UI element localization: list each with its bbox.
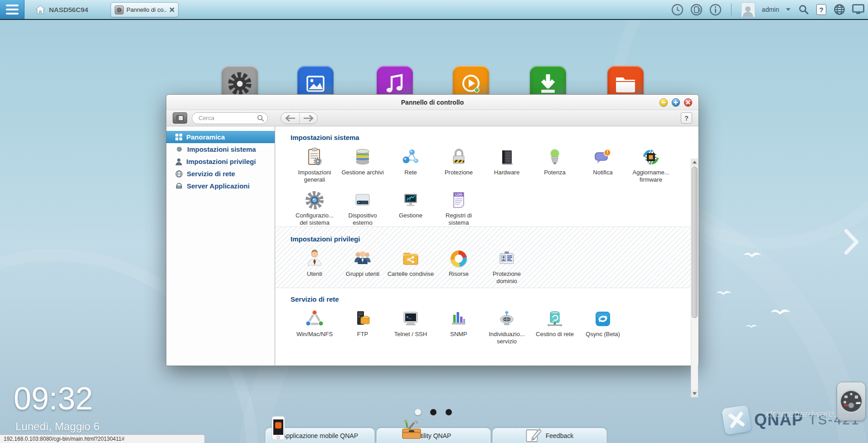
cp-item-win-mac-nfs[interactable]: Win/Mac/NFS (291, 308, 339, 345)
pager-dot-2[interactable] (430, 409, 436, 415)
settings-app-icon (228, 72, 252, 96)
cp-item-general-settings[interactable]: Impostazioni generali (291, 147, 339, 183)
sidebar-toggle-button[interactable] (173, 112, 187, 124)
cp-item-ftp[interactable]: FTP (339, 308, 387, 345)
main-menu-button[interactable] (0, 0, 24, 19)
window-help-button[interactable]: ? (681, 112, 692, 124)
sidebar-item-impostazioni-privilegi[interactable]: Impostazioni privilegi (166, 155, 275, 168)
cp-item-qsync[interactable]: Qsync (Beta) (579, 308, 627, 345)
cp-item-label: Configurazio... del sistema (291, 212, 338, 226)
chevron-down-icon[interactable] (786, 8, 790, 11)
cp-item-storage-manager[interactable]: Gestione archivi (339, 147, 387, 183)
cp-item-label: Protezione (435, 169, 482, 176)
dock-tab-feedback[interactable]: Feedback (493, 428, 606, 443)
cp-item-snmp[interactable]: SNMP (435, 308, 483, 345)
user-name[interactable]: admin (762, 6, 779, 13)
download-station-app-icon (537, 72, 559, 95)
device-name: NASD56C94 (49, 6, 88, 14)
qsync-icon (592, 308, 613, 329)
pager-dot-1[interactable] (415, 409, 421, 415)
sidebar-item-label: Impostazioni privilegi (186, 158, 256, 165)
section-servizio-di-rete: Servizio di reteWin/Mac/NFSFTP>_Telnet /… (291, 288, 689, 345)
notification-info-icon[interactable] (709, 4, 722, 16)
sidebar-item-impostazioni-sistema[interactable]: Impostazioni sistema (166, 143, 275, 155)
help-icon[interactable]: ? (816, 4, 826, 15)
cp-item-hardware[interactable]: Hardware (483, 147, 531, 183)
cp-item-users[interactable]: Utenti (291, 248, 339, 285)
privilege-settings-icon (175, 158, 182, 165)
cp-item-system-config[interactable]: Configurazio... del sistema (291, 190, 339, 226)
management-icon (400, 190, 421, 211)
cp-item-shared-folders[interactable]: Cartelle condivise (387, 248, 435, 285)
cp-item-network-recycle-bin[interactable]: Cestino di rete (531, 308, 579, 345)
scrollbar-thumb[interactable] (692, 167, 698, 318)
tab-close-icon[interactable] (170, 7, 175, 12)
pager-dot-3[interactable] (446, 409, 452, 415)
cp-item-label: Protezione dominio (483, 270, 530, 285)
maximize-button[interactable] (672, 98, 680, 106)
external-device-sync-icon[interactable] (690, 4, 703, 16)
dock-tab-utility-qnap[interactable]: Utility QNAP (377, 428, 490, 443)
next-page-chevron-icon[interactable] (844, 229, 859, 255)
dock-tab-label: Feedback (546, 432, 573, 439)
user-avatar[interactable] (741, 2, 755, 17)
cp-item-management[interactable]: Gestione (387, 190, 435, 226)
scroll-down-icon[interactable] (691, 390, 698, 397)
window-titlebar[interactable]: Pannello di controllo (166, 95, 698, 110)
desktop-preference-icon[interactable] (852, 4, 864, 16)
desktop-date: Lunedì, Maggio 6 (15, 420, 99, 433)
cp-item-security[interactable]: Protezione (435, 147, 483, 183)
sidebar-item-panoramica[interactable]: Panoramica (166, 131, 275, 143)
cp-item-label: Risorse (435, 270, 482, 278)
cp-item-label: Notifica (579, 169, 626, 176)
home-icon (35, 5, 45, 14)
desktop-pager (415, 409, 452, 415)
dashboard-button[interactable] (837, 382, 866, 421)
cp-item-user-groups[interactable]: Gruppi utenti (339, 248, 387, 285)
sidebar-item-servizio-di-rete[interactable]: Servizio di rete (166, 168, 275, 180)
cp-item-network[interactable]: Rete (387, 147, 435, 183)
quota-icon (448, 248, 469, 269)
cp-item-telnet-ssh[interactable]: >_Telnet / SSH (387, 308, 435, 345)
cp-item-label: FTP (339, 331, 386, 338)
minimize-button[interactable] (659, 98, 668, 106)
search-icon[interactable] (797, 4, 810, 16)
security-icon (448, 147, 469, 168)
cp-item-notification[interactable]: !Notifica (579, 147, 627, 183)
forward-button[interactable] (299, 113, 317, 124)
section-grid: Win/Mac/NFSFTP>_Telnet / SSHSNMPIndividu… (291, 308, 689, 345)
section-impostazioni-sistema: Impostazioni sistemaImpostazioni general… (291, 132, 689, 226)
cp-item-power[interactable]: Potenza (531, 147, 579, 183)
user-groups-icon (352, 248, 373, 269)
background-task-clock-icon[interactable] (671, 4, 684, 16)
cp-item-quota[interactable]: Risorse (435, 248, 483, 285)
cp-item-external-device[interactable]: Dispositivo esterno (339, 190, 387, 226)
cp-item-label: Gestione (387, 212, 434, 219)
close-button[interactable] (684, 98, 692, 106)
language-globe-icon[interactable] (833, 4, 845, 16)
search-field (192, 112, 268, 124)
cp-item-service-discovery[interactable]: Individuazio... servizio (483, 308, 531, 345)
search-input[interactable] (192, 112, 268, 124)
tab-label: Pannello di co... (126, 6, 167, 13)
search-icon[interactable] (257, 115, 264, 122)
qnap-x-logo (722, 405, 752, 435)
scroll-up-icon[interactable] (691, 159, 698, 166)
vertical-scrollbar[interactable] (691, 159, 698, 397)
back-button[interactable] (281, 113, 299, 124)
network-recycle-bin-icon (544, 308, 565, 329)
cp-item-domain-security[interactable]: Protezione dominio (483, 248, 531, 285)
sidebar-item-server-applicazioni[interactable]: Server Applicazioni (166, 180, 275, 192)
shared-folders-icon (400, 248, 421, 269)
control-panel-sidebar: PanoramicaImpostazioni sistemaImpostazio… (166, 126, 275, 365)
device-home-button[interactable]: NASD56C94 (35, 5, 88, 14)
cp-item-label: Rete (387, 169, 434, 176)
dock-tab-applicazione-mobile-qnap[interactable]: Applicazione mobile QNAP (266, 428, 374, 443)
snmp-icon (448, 308, 469, 329)
cp-item-firmware-update[interactable]: Aggiorname... firmware (627, 147, 675, 183)
cp-item-system-logs[interactable]: LOGRegistri di sistema (435, 190, 483, 226)
sidebar-item-label: Panoramica (186, 133, 225, 141)
sidebar-item-label: Impostazioni sistema (187, 145, 256, 153)
photo-station-app-icon (305, 73, 326, 95)
tab-control-panel[interactable]: Pannello di co... (111, 2, 179, 17)
